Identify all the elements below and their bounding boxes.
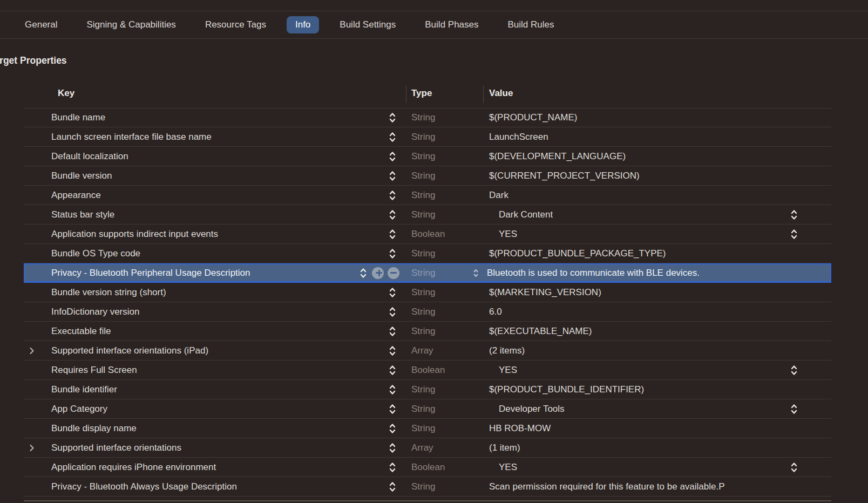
- key-stepper-icon[interactable]: [389, 306, 396, 317]
- key-stepper-icon[interactable]: [389, 403, 396, 414]
- key-stepper-icon[interactable]: [389, 112, 396, 124]
- table-row[interactable]: Bundle identifier String $(PRODUCT_BUNDL…: [24, 380, 831, 399]
- key-stepper-icon[interactable]: [389, 209, 396, 220]
- table-row[interactable]: Application supports indirect input even…: [24, 225, 831, 244]
- section-heading: Target Properties: [0, 55, 67, 66]
- key-stepper-icon[interactable]: [389, 345, 396, 356]
- property-key: Launch screen interface file base name: [51, 127, 212, 146]
- tab-build-rules[interactable]: Build Rules: [499, 16, 563, 33]
- key-stepper-icon[interactable]: [389, 423, 396, 434]
- property-value[interactable]: Dark Content: [499, 205, 553, 224]
- property-key: Default localization: [51, 147, 128, 166]
- table-row[interactable]: Bundle display name String HB ROB-MOW: [24, 419, 831, 438]
- property-value[interactable]: $(CURRENT_PROJECT_VERSION): [489, 166, 640, 185]
- property-value[interactable]: (2 items): [489, 341, 525, 360]
- chevron-right-icon[interactable]: [29, 346, 35, 355]
- key-stepper-icon[interactable]: [389, 442, 396, 453]
- key-stepper-icon[interactable]: [389, 461, 396, 473]
- table-row[interactable]: Bundle name String $(PRODUCT_NAME): [24, 108, 831, 127]
- tab-build-settings[interactable]: Build Settings: [331, 16, 404, 33]
- property-value[interactable]: $(PRODUCT_NAME): [489, 108, 577, 127]
- value-stepper-icon[interactable]: [790, 209, 798, 220]
- value-stepper-icon[interactable]: [790, 364, 798, 376]
- key-stepper-icon[interactable]: [389, 170, 396, 181]
- tab-build-phases[interactable]: Build Phases: [416, 16, 487, 33]
- property-type: String: [411, 205, 435, 224]
- table-row[interactable]: Status bar style String Dark Content: [24, 205, 831, 225]
- key-stepper-icon[interactable]: [389, 131, 396, 142]
- property-type: String: [411, 127, 435, 146]
- property-key: Bundle display name: [51, 419, 137, 438]
- table-row[interactable]: Launch screen interface file base name S…: [24, 127, 831, 147]
- property-type: String: [411, 147, 435, 166]
- key-stepper-icon[interactable]: [389, 151, 396, 162]
- key-stepper-icon[interactable]: [389, 189, 396, 201]
- key-stepper-icon[interactable]: [389, 481, 396, 492]
- table-row[interactable]: Appearance String Dark: [24, 186, 831, 205]
- remove-row-button[interactable]: [388, 267, 399, 279]
- property-type: String: [411, 186, 435, 205]
- table-row[interactable]: Bundle version String $(CURRENT_PROJECT_…: [24, 166, 831, 186]
- table-row[interactable]: Supported interface orientations Array (…: [24, 438, 831, 458]
- key-stepper-icon[interactable]: [389, 325, 396, 337]
- table-row[interactable]: Bundle OS Type code String $(PRODUCT_BUN…: [24, 244, 831, 263]
- tab-resource-tags[interactable]: Resource Tags: [196, 16, 275, 33]
- property-value[interactable]: $(PRODUCT_BUNDLE_IDENTIFIER): [489, 380, 644, 399]
- property-type: Boolean: [411, 225, 445, 243]
- value-stepper-icon[interactable]: [790, 228, 798, 240]
- key-stepper-icon[interactable]: [389, 384, 396, 395]
- table-row[interactable]: Application requires iPhone environment …: [24, 458, 831, 477]
- property-value[interactable]: 6.0: [489, 302, 502, 321]
- property-key: Bundle name: [51, 108, 105, 127]
- property-value[interactable]: $(MARKETING_VERSION): [489, 283, 601, 302]
- property-value[interactable]: Developer Tools: [499, 399, 565, 418]
- column-header-key: Key: [58, 88, 74, 99]
- property-type: Array: [411, 438, 433, 457]
- property-type: String: [411, 399, 435, 418]
- table-row[interactable]: Default localization String $(DEVELOPMEN…: [24, 147, 831, 166]
- table-row[interactable]: Bundle version string (short) String $(M…: [24, 283, 831, 302]
- table-row[interactable]: Privacy - Bluetooth Peripheral Usage Des…: [24, 263, 831, 283]
- add-row-button[interactable]: [372, 267, 384, 279]
- table-row[interactable]: Privacy - Bluetooth Always Usage Descrip…: [24, 477, 831, 497]
- value-stepper-icon[interactable]: [790, 461, 798, 473]
- key-stepper-icon[interactable]: [389, 248, 396, 259]
- table-row[interactable]: App Category String Developer Tools: [24, 399, 831, 419]
- table-row[interactable]: Requires Full Screen Boolean YES: [24, 361, 831, 380]
- table-row[interactable]: Executable file String $(EXECUTABLE_NAME…: [24, 322, 831, 341]
- chevron-right-icon[interactable]: [29, 444, 35, 452]
- tab-general[interactable]: General: [16, 16, 66, 33]
- property-value[interactable]: Bluetooth is used to communicate with BL…: [487, 263, 700, 282]
- value-stepper-icon[interactable]: [790, 403, 798, 414]
- property-value[interactable]: HB ROB-MOW: [489, 419, 551, 438]
- column-header-value: Value: [489, 88, 513, 99]
- key-stepper-icon[interactable]: [360, 267, 367, 278]
- type-stepper-icon[interactable]: [473, 268, 479, 277]
- property-value[interactable]: Scan permission required for this featur…: [489, 477, 725, 496]
- property-value[interactable]: $(DEVELOPMENT_LANGUAGE): [489, 147, 626, 166]
- property-key: Bundle version string (short): [51, 283, 166, 302]
- property-type: Array: [411, 341, 433, 360]
- property-key: Privacy - Bluetooth Always Usage Descrip…: [51, 477, 237, 496]
- column-header-type: Type: [411, 88, 432, 99]
- property-value[interactable]: (1 item): [489, 438, 520, 457]
- property-value[interactable]: YES: [499, 458, 517, 477]
- table-row[interactable]: Supported interface orientations (iPad) …: [24, 341, 831, 361]
- key-stepper-icon[interactable]: [389, 364, 396, 376]
- tab-signing-capabilities[interactable]: Signing & Capabilities: [78, 16, 184, 33]
- property-value[interactable]: $(PRODUCT_BUNDLE_PACKAGE_TYPE): [489, 244, 666, 263]
- property-value[interactable]: Dark: [489, 186, 508, 205]
- key-stepper-icon[interactable]: [389, 228, 396, 240]
- property-type: Boolean: [411, 458, 445, 477]
- property-type: String: [411, 419, 435, 438]
- property-type: Boolean: [411, 361, 445, 379]
- property-type: String: [411, 283, 435, 302]
- property-value[interactable]: $(EXECUTABLE_NAME): [489, 322, 592, 341]
- table-row[interactable]: InfoDictionary version String 6.0: [24, 302, 831, 322]
- tab-info[interactable]: Info: [287, 16, 319, 33]
- property-value[interactable]: YES: [499, 225, 517, 243]
- property-value[interactable]: LaunchScreen: [489, 127, 548, 146]
- property-value[interactable]: YES: [499, 361, 517, 379]
- key-stepper-icon[interactable]: [389, 287, 396, 298]
- property-type: String: [411, 477, 435, 496]
